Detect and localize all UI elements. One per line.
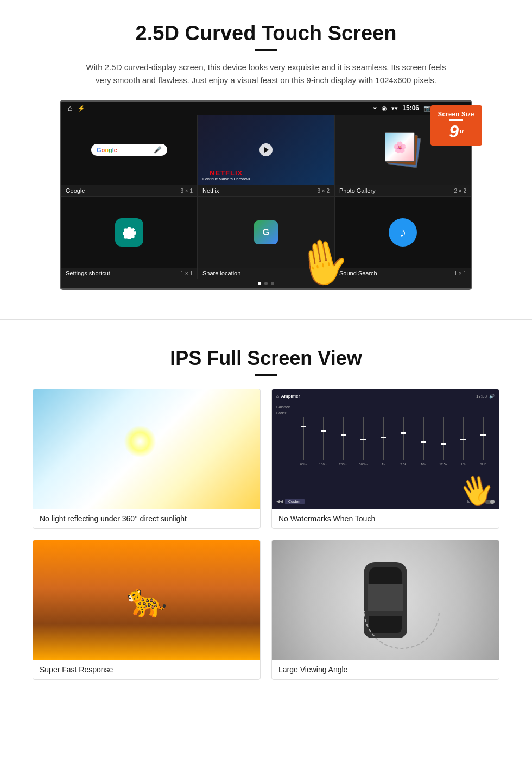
- sunlight-image: [33, 389, 260, 509]
- car-image: [272, 540, 499, 660]
- settings-grid: 1 × 1: [180, 270, 193, 276]
- section1-description: With 2.5D curved-display screen, this de…: [81, 61, 451, 87]
- share-location-cell[interactable]: G 🤚 Share location 1 × 1: [198, 197, 334, 279]
- google-label: Google: [66, 187, 85, 194]
- netflix-label: Netflix: [202, 187, 219, 194]
- netflix-subtitle: Continue Marvel's Daredevil: [202, 177, 250, 181]
- google-logo: Google: [97, 147, 117, 153]
- share-location-preview: G 🤚: [198, 197, 334, 268]
- google-search-bar: Google 🎤: [91, 144, 167, 156]
- equalizer-image: ⌂ Amplifier 17:33 🔊 Balance Fader: [272, 389, 499, 509]
- eq-loudness: loudness: [467, 500, 495, 504]
- google-app-cell[interactable]: Google 🎤 Google 3 × 1: [61, 115, 197, 196]
- eq-fader-label: Fader: [276, 411, 290, 415]
- section-curved: 2.5D Curved Touch Screen With 2.5D curve…: [0, 0, 532, 303]
- settings-icon: [115, 218, 143, 247]
- mic-icon: 🎤: [154, 146, 162, 154]
- badge-label: Screen Size: [438, 111, 474, 117]
- screen-wrapper: Screen Size 9" ⌂ ⚡ ✶ ◉ ▾▾ 15:06 📷 🔊: [60, 100, 472, 290]
- sound-icon: ♪: [389, 218, 417, 247]
- photo-gallery-label: Photo Gallery: [339, 187, 376, 194]
- netflix-grid: 3 × 2: [317, 188, 330, 194]
- ips-grid: No light reflecting under 360° direct su…: [33, 389, 499, 680]
- no-watermarks-label: No Watermarks When Touch: [272, 509, 499, 528]
- maps-icon: G: [254, 220, 278, 244]
- sound-search-grid: 1 × 1: [454, 270, 466, 276]
- eq-time: 17:33: [476, 394, 487, 399]
- section-divider: [0, 319, 532, 320]
- netflix-app-preview: NETFLIX Continue Marvel's Daredevil: [198, 115, 334, 185]
- sound-search-label: Sound Search: [339, 270, 377, 276]
- ips-card-cheetah: 🐆 Super Fast Response: [33, 540, 261, 680]
- eq-balance-label: Balance: [276, 405, 290, 409]
- eq-screen: ⌂ Amplifier 17:33 🔊 Balance Fader: [272, 389, 499, 509]
- eq-home-icon: ⌂: [276, 394, 279, 399]
- camera-icon: 📷: [423, 105, 431, 112]
- sunlight-label: No light reflecting under 360° direct su…: [33, 509, 260, 528]
- ips-card-sunlight: No light reflecting under 360° direct su…: [33, 389, 261, 529]
- music-note-icon: ♪: [400, 225, 406, 240]
- share-location-grid: 1 × 1: [317, 270, 330, 276]
- gear-svg: [121, 224, 137, 241]
- wifi-icon: ▾▾: [391, 105, 398, 112]
- bluetooth-icon: ✶: [372, 105, 377, 112]
- google-grid: 3 × 1: [180, 188, 193, 194]
- car-label: Large Viewing Angle: [272, 660, 499, 679]
- photo-gallery-grid: 2 × 2: [454, 188, 466, 194]
- pagination-dot-3: [271, 282, 274, 285]
- cheetah-image: 🐆: [33, 540, 260, 660]
- ips-card-car: Large Viewing Angle: [271, 540, 499, 680]
- eq-topbar: ⌂ Amplifier 17:33 🔊: [276, 394, 495, 399]
- pagination-dot-1: [258, 282, 261, 285]
- section1-title: 2.5D Curved Touch Screen: [33, 22, 499, 45]
- eq-custom-btn[interactable]: Custom: [285, 499, 305, 504]
- google-app-preview: Google 🎤: [61, 115, 197, 185]
- eq-nav-left: ◀◀: [276, 499, 283, 504]
- viewing-angle-arc: [364, 611, 440, 649]
- badge-size: 9": [438, 123, 474, 140]
- pagination-dot-2: [264, 282, 268, 285]
- ips-title-divider: [255, 374, 277, 376]
- settings-label: Settings shortcut: [66, 270, 110, 276]
- app-grid: Google 🎤 Google 3 × 1: [61, 115, 471, 279]
- section-ips: IPS Full Screen View No light reflecting…: [0, 336, 532, 702]
- section2-title: IPS Full Screen View: [33, 347, 499, 370]
- screen-size-badge: Screen Size 9": [430, 105, 482, 146]
- loudness-toggle[interactable]: [485, 500, 495, 504]
- photo-stack: 🌸: [384, 131, 422, 169]
- netflix-logo: NETFLIX: [202, 169, 250, 176]
- status-bar: ⌂ ⚡ ✶ ◉ ▾▾ 15:06 📷 🔊 ✕ ⬜: [61, 102, 471, 115]
- pagination: [61, 279, 471, 288]
- status-time: 15:06: [402, 104, 419, 112]
- netflix-info: NETFLIX Continue Marvel's Daredevil: [202, 169, 250, 181]
- cheetah-label: Super Fast Response: [33, 660, 260, 679]
- ips-card-equalizer: ⌂ Amplifier 17:33 🔊 Balance Fader: [271, 389, 499, 529]
- cheetah-icon: 🐆: [126, 581, 167, 620]
- flower-icon: 🌸: [393, 141, 407, 154]
- title-divider: [255, 49, 277, 51]
- badge-divider: [449, 119, 463, 121]
- netflix-app-cell[interactable]: NETFLIX Continue Marvel's Daredevil Netf…: [198, 115, 334, 196]
- eq-title: Amplifier: [281, 394, 300, 399]
- settings-preview: [61, 197, 197, 268]
- eq-volume-icon: 🔊: [489, 394, 495, 399]
- usb-icon: ⚡: [78, 105, 85, 112]
- android-screen: ⌂ ⚡ ✶ ◉ ▾▾ 15:06 📷 🔊 ✕ ⬜: [60, 100, 472, 290]
- sound-search-cell[interactable]: ♪ Sound Search 1 × 1: [335, 197, 471, 279]
- settings-cell[interactable]: Settings shortcut 1 × 1: [61, 197, 197, 279]
- share-location-label: Share location: [202, 270, 240, 276]
- netflix-play-btn[interactable]: [259, 143, 273, 156]
- eq-bars: 60hz 100hz 200hz: [292, 401, 495, 466]
- location-icon: ◉: [382, 105, 387, 112]
- sun-flare: [124, 425, 156, 458]
- sound-search-preview: ♪: [335, 197, 471, 268]
- home-icon: ⌂: [68, 104, 72, 112]
- eq-bottom: ◀◀ Custom loudness: [276, 499, 495, 504]
